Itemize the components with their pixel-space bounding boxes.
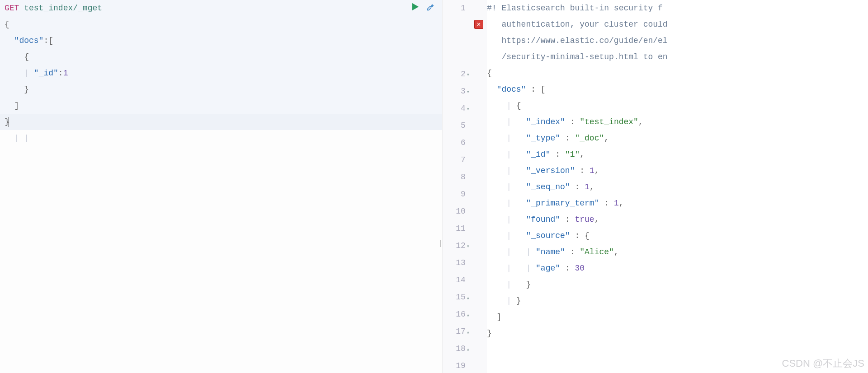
response-line: | "_version" : 1, bbox=[487, 163, 868, 179]
wrench-icon[interactable] bbox=[426, 2, 436, 14]
watermark: CSDN @不止会JS bbox=[782, 357, 864, 370]
line-number: 2▾ bbox=[443, 66, 470, 83]
request-editor[interactable]: GET test_index/_mget{ "docs":[ { | "_id"… bbox=[0, 0, 442, 373]
line-number: 14 bbox=[443, 272, 470, 289]
response-line: | "_seq_no" : 1, bbox=[487, 179, 868, 195]
response-line: authentication, your cluster could bbox=[487, 16, 868, 33]
response-line bbox=[487, 341, 868, 358]
line-number: 6 bbox=[443, 135, 470, 152]
line-number: 7 bbox=[443, 152, 470, 169]
error-badge[interactable]: ✕ bbox=[474, 20, 483, 29]
response-line: | "found" : true, bbox=[487, 211, 868, 228]
line-number: 17▴ bbox=[443, 323, 470, 340]
line-number: 18▴ bbox=[443, 340, 470, 358]
response-line: | { bbox=[487, 98, 868, 114]
line-number: 15▴ bbox=[443, 289, 470, 306]
response-line: | } bbox=[487, 276, 868, 293]
svg-marker-0 bbox=[412, 3, 419, 10]
response-line: "docs" : [ bbox=[487, 81, 868, 98]
request-line[interactable]: } bbox=[5, 114, 442, 130]
line-number: 1 bbox=[443, 0, 470, 17]
line-number: 3▾ bbox=[443, 83, 470, 100]
request-actions bbox=[411, 2, 436, 14]
line-number: 9 bbox=[443, 186, 470, 203]
request-line[interactable]: ] bbox=[5, 98, 442, 114]
run-request-button[interactable] bbox=[411, 3, 420, 13]
response-line: ] bbox=[487, 309, 868, 325]
request-endpoint: test_index/_mget bbox=[24, 4, 102, 13]
line-number: 5 bbox=[443, 117, 470, 135]
response-line: | "_type" : "_doc", bbox=[487, 130, 868, 146]
response-annotation-gutter: ✕ bbox=[474, 0, 487, 373]
response-line: | "_source" : { bbox=[487, 228, 868, 244]
line-number: 16▴ bbox=[443, 306, 470, 323]
response-code[interactable]: #! Elasticsearch built-in security f aut… bbox=[487, 0, 868, 373]
response-line: #! Elasticsearch built-in security f bbox=[487, 0, 868, 16]
line-number: 19 bbox=[443, 358, 470, 373]
request-line[interactable]: { bbox=[5, 16, 442, 33]
response-line: | "_primary_term" : 1, bbox=[487, 195, 868, 211]
response-line: | "_id" : "1", bbox=[487, 146, 868, 163]
response-viewer: 1 2▾3▾4▾5 6 7 8 9 10 11 12▾13 14 15▴16▴1… bbox=[442, 0, 868, 373]
response-line: | | "name" : "Alice", bbox=[487, 244, 868, 260]
request-line[interactable]: | "_id":1 bbox=[5, 65, 442, 81]
line-number: 12▾ bbox=[443, 238, 470, 255]
request-line[interactable]: "docs":[ bbox=[5, 33, 442, 49]
line-number: 4▾ bbox=[443, 100, 470, 117]
text-cursor bbox=[9, 117, 9, 127]
line-number: 10 bbox=[443, 203, 470, 220]
response-line: } bbox=[487, 325, 868, 341]
pane-drag-handle[interactable]: ‖ bbox=[439, 238, 442, 247]
request-code[interactable]: GET test_index/_mget{ "docs":[ { | "_id"… bbox=[0, 0, 442, 146]
line-number: 13 bbox=[443, 255, 470, 272]
response-line: | | "age" : 30 bbox=[487, 260, 868, 276]
response-gutter: 1 2▾3▾4▾5 6 7 8 9 10 11 12▾13 14 15▴16▴1… bbox=[443, 0, 474, 373]
response-line: | "_index" : "test_index", bbox=[487, 114, 868, 130]
http-method: GET bbox=[5, 4, 19, 13]
request-line[interactable]: } bbox=[5, 81, 442, 98]
response-line: /security-minimal-setup.html to en bbox=[487, 49, 868, 65]
line-number: 8 bbox=[443, 169, 470, 186]
response-line: https://www.elastic.co/guide/en/el bbox=[487, 33, 868, 49]
response-line: | } bbox=[487, 293, 868, 309]
line-number: 11 bbox=[443, 220, 470, 238]
request-line[interactable]: { bbox=[5, 49, 442, 65]
console-root: GET test_index/_mget{ "docs":[ { | "_id"… bbox=[0, 0, 868, 373]
response-line: { bbox=[487, 65, 868, 81]
